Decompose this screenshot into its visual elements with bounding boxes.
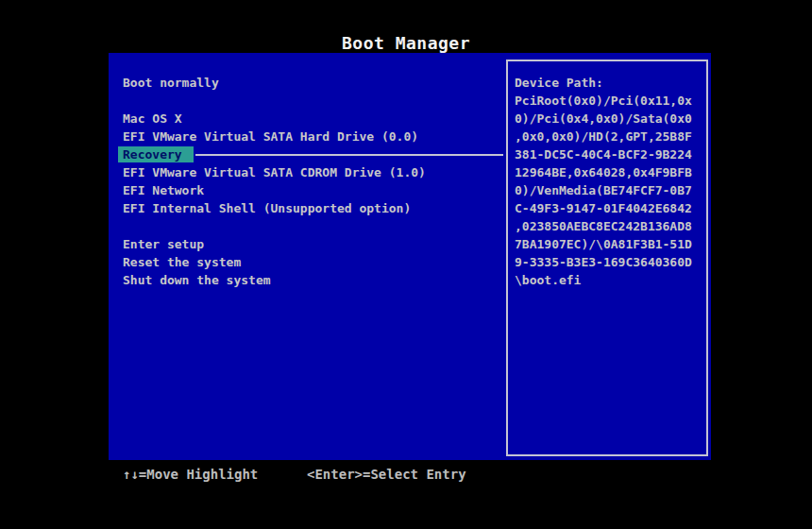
boot-menu: Boot normally Mac OS X EFI VMware Virtua… xyxy=(123,74,506,289)
device-path-line: \boot.efi xyxy=(515,271,701,289)
device-path-heading: Device Path: xyxy=(515,74,701,92)
device-path-line: PciRoot(0x0)/Pci(0x11,0x xyxy=(515,92,701,110)
boot-menu-panel: Boot normally Mac OS X EFI VMware Virtua… xyxy=(109,53,711,460)
device-path-line: ,023850AEBC8EC242B136AD8 xyxy=(515,217,701,235)
device-path-line: 381-DC5C-40C4-BCF2-9B224 xyxy=(515,145,701,163)
menu-item-efi-network[interactable]: EFI Network xyxy=(123,181,506,199)
menu-item-recovery[interactable]: Recovery xyxy=(123,145,506,163)
device-path-line: 7BA1907EC)/\0A81F3B1-51D xyxy=(515,235,701,253)
menu-item-mac-os-x[interactable]: Mac OS X xyxy=(123,110,506,128)
boot-manager-screen: Boot Manager Boot normally Mac OS X EFI … xyxy=(0,0,812,529)
help-select-entry: <Enter>=Select Entry xyxy=(307,466,466,483)
selection-connector-line xyxy=(195,154,503,156)
device-path-line: C-49F3-9147-01F4042E6842 xyxy=(515,199,701,217)
menu-item-efi-sata-hard-drive[interactable]: EFI VMware Virtual SATA Hard Drive (0.0) xyxy=(123,128,506,145)
device-path-line: ,0x0,0x0)/HD(2,GPT,25B8F xyxy=(515,128,701,145)
highlighted-entry-label: Recovery xyxy=(118,146,194,162)
device-path-line: 0)/VenMedia(BE74FCF7-0B7 xyxy=(515,181,701,199)
help-move-highlight: ↑↓=Move Highlight xyxy=(123,466,258,483)
menu-item-enter-setup[interactable]: Enter setup xyxy=(123,235,506,253)
menu-item-efi-sata-cdrom[interactable]: EFI VMware Virtual SATA CDROM Drive (1.0… xyxy=(123,163,506,181)
menu-spacer xyxy=(123,92,506,110)
menu-item-boot-normally[interactable]: Boot normally xyxy=(123,74,506,92)
device-path-line: 9-3335-B3E3-169C3640360D xyxy=(515,253,701,271)
device-path-line: 12964BE,0x64028,0x4F9BFB xyxy=(515,163,701,181)
device-path-panel: Device Path: PciRoot(0x0)/Pci(0x11,0x 0)… xyxy=(506,60,708,456)
page-title: Boot Manager xyxy=(0,33,812,53)
menu-item-shutdown-system[interactable]: Shut down the system xyxy=(123,271,506,289)
menu-item-reset-system[interactable]: Reset the system xyxy=(123,253,506,271)
device-path-line: 0)/Pci(0x4,0x0)/Sata(0x0 xyxy=(515,110,701,128)
menu-spacer xyxy=(123,217,506,235)
menu-item-efi-internal-shell[interactable]: EFI Internal Shell (Unsupported option) xyxy=(123,199,506,217)
